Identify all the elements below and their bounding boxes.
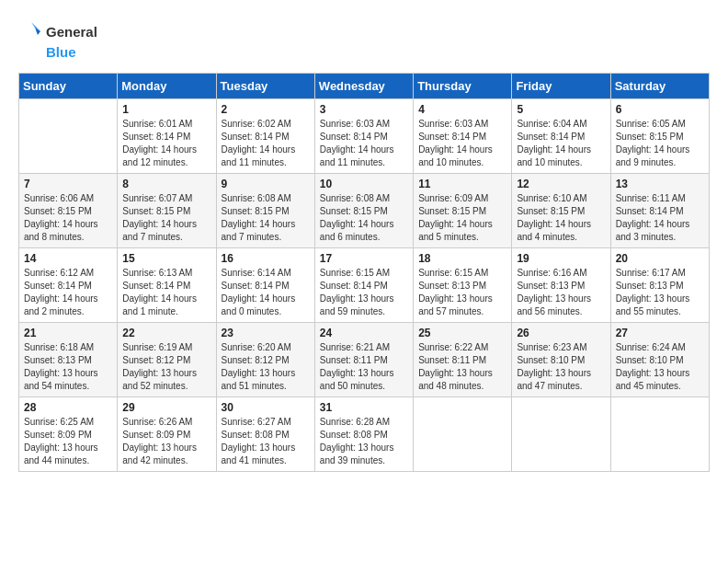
day-number: 2 [222, 103, 310, 116]
calendar-cell: 15Sunrise: 6:13 AM Sunset: 8:14 PM Dayli… [118, 248, 216, 323]
calendar-cell: 6Sunrise: 6:05 AM Sunset: 8:15 PM Daylig… [610, 99, 709, 174]
day-info: Sunrise: 6:12 AM Sunset: 8:14 PM Dayligh… [24, 267, 112, 318]
day-info: Sunrise: 6:24 AM Sunset: 8:10 PM Dayligh… [616, 341, 704, 393]
calendar-cell: 3Sunrise: 6:03 AM Sunset: 8:14 PM Daylig… [314, 99, 413, 174]
weekday-header: Monday [118, 74, 216, 99]
calendar-cell: 7Sunrise: 6:06 AM Sunset: 8:15 PM Daylig… [19, 174, 118, 248]
calendar-table: SundayMondayTuesdayWednesdayThursdayFrid… [18, 73, 710, 472]
day-info: Sunrise: 6:28 AM Sunset: 8:08 PM Dayligh… [320, 416, 408, 467]
calendar-cell: 28Sunrise: 6:25 AM Sunset: 8:09 PM Dayli… [19, 397, 118, 472]
calendar-cell: 26Sunrise: 6:23 AM Sunset: 8:10 PM Dayli… [512, 323, 610, 397]
calendar-cell: 21Sunrise: 6:18 AM Sunset: 8:13 PM Dayli… [19, 323, 118, 397]
calendar-cell [19, 99, 118, 174]
day-info: Sunrise: 6:18 AM Sunset: 8:13 PM Dayligh… [24, 341, 112, 393]
day-info: Sunrise: 6:23 AM Sunset: 8:10 PM Dayligh… [517, 341, 605, 393]
day-info: Sunrise: 6:15 AM Sunset: 8:13 PM Dayligh… [418, 267, 506, 318]
calendar-cell [512, 397, 610, 472]
calendar-cell: 13Sunrise: 6:11 AM Sunset: 8:14 PM Dayli… [610, 174, 709, 248]
day-info: Sunrise: 6:25 AM Sunset: 8:09 PM Dayligh… [24, 416, 112, 467]
day-number: 10 [320, 178, 408, 190]
header: General Blue [18, 18, 710, 60]
day-info: Sunrise: 6:09 AM Sunset: 8:15 PM Dayligh… [418, 192, 506, 244]
weekday-header: Sunday [19, 74, 118, 99]
day-number: 12 [517, 178, 605, 190]
day-number: 19 [517, 252, 605, 265]
day-info: Sunrise: 6:14 AM Sunset: 8:14 PM Dayligh… [222, 267, 310, 318]
day-info: Sunrise: 6:11 AM Sunset: 8:14 PM Dayligh… [616, 192, 704, 244]
calendar-cell: 25Sunrise: 6:22 AM Sunset: 8:11 PM Dayli… [414, 323, 512, 397]
calendar-cell: 29Sunrise: 6:26 AM Sunset: 8:09 PM Dayli… [118, 397, 216, 472]
day-info: Sunrise: 6:17 AM Sunset: 8:13 PM Dayligh… [616, 267, 704, 318]
header-row: SundayMondayTuesdayWednesdayThursdayFrid… [19, 74, 710, 99]
logo: General Blue [18, 18, 97, 60]
day-number: 14 [24, 252, 112, 265]
weekday-header: Saturday [610, 74, 709, 99]
day-info: Sunrise: 6:27 AM Sunset: 8:08 PM Dayligh… [222, 416, 310, 467]
calendar-cell [414, 397, 512, 472]
day-number: 7 [24, 178, 112, 190]
day-number: 17 [320, 252, 408, 265]
day-number: 26 [517, 327, 605, 339]
day-info: Sunrise: 6:20 AM Sunset: 8:12 PM Dayligh… [222, 341, 310, 393]
calendar-cell [610, 397, 709, 472]
day-number: 27 [616, 327, 704, 339]
calendar-cell: 27Sunrise: 6:24 AM Sunset: 8:10 PM Dayli… [610, 323, 709, 397]
day-info: Sunrise: 6:07 AM Sunset: 8:15 PM Dayligh… [122, 192, 210, 244]
day-number: 22 [122, 327, 210, 339]
calendar-cell: 2Sunrise: 6:02 AM Sunset: 8:14 PM Daylig… [216, 99, 314, 174]
calendar-cell: 23Sunrise: 6:20 AM Sunset: 8:12 PM Dayli… [216, 323, 314, 397]
calendar-cell: 30Sunrise: 6:27 AM Sunset: 8:08 PM Dayli… [216, 397, 314, 472]
calendar-cell: 31Sunrise: 6:28 AM Sunset: 8:08 PM Dayli… [314, 397, 413, 472]
day-number: 20 [616, 252, 704, 265]
day-info: Sunrise: 6:04 AM Sunset: 8:14 PM Dayligh… [517, 118, 605, 169]
day-info: Sunrise: 6:08 AM Sunset: 8:15 PM Dayligh… [320, 192, 408, 244]
calendar-cell: 18Sunrise: 6:15 AM Sunset: 8:13 PM Dayli… [414, 248, 512, 323]
day-number: 29 [122, 401, 210, 414]
day-number: 16 [222, 252, 310, 265]
calendar-row: 1Sunrise: 6:01 AM Sunset: 8:14 PM Daylig… [19, 99, 710, 174]
calendar-row: 14Sunrise: 6:12 AM Sunset: 8:14 PM Dayli… [19, 248, 710, 323]
calendar-cell: 9Sunrise: 6:08 AM Sunset: 8:15 PM Daylig… [216, 174, 314, 248]
day-info: Sunrise: 6:15 AM Sunset: 8:14 PM Dayligh… [320, 267, 408, 318]
calendar-cell: 14Sunrise: 6:12 AM Sunset: 8:14 PM Dayli… [19, 248, 118, 323]
day-number: 24 [320, 327, 408, 339]
calendar-cell: 12Sunrise: 6:10 AM Sunset: 8:15 PM Dayli… [512, 174, 610, 248]
calendar-cell: 19Sunrise: 6:16 AM Sunset: 8:13 PM Dayli… [512, 248, 610, 323]
calendar-cell: 20Sunrise: 6:17 AM Sunset: 8:13 PM Dayli… [610, 248, 709, 323]
calendar-row: 21Sunrise: 6:18 AM Sunset: 8:13 PM Dayli… [19, 323, 710, 397]
calendar-row: 7Sunrise: 6:06 AM Sunset: 8:15 PM Daylig… [19, 174, 710, 248]
logo-bird-icon [18, 18, 44, 44]
day-info: Sunrise: 6:01 AM Sunset: 8:14 PM Dayligh… [122, 118, 210, 169]
calendar-cell: 22Sunrise: 6:19 AM Sunset: 8:12 PM Dayli… [118, 323, 216, 397]
calendar-cell: 24Sunrise: 6:21 AM Sunset: 8:11 PM Dayli… [314, 323, 413, 397]
day-number: 25 [418, 327, 506, 339]
day-info: Sunrise: 6:05 AM Sunset: 8:15 PM Dayligh… [616, 118, 704, 169]
day-info: Sunrise: 6:22 AM Sunset: 8:11 PM Dayligh… [418, 341, 506, 393]
calendar-cell: 1Sunrise: 6:01 AM Sunset: 8:14 PM Daylig… [118, 99, 216, 174]
day-info: Sunrise: 6:08 AM Sunset: 8:15 PM Dayligh… [222, 192, 310, 244]
day-info: Sunrise: 6:16 AM Sunset: 8:13 PM Dayligh… [517, 267, 605, 318]
weekday-header: Tuesday [216, 74, 314, 99]
weekday-header: Friday [512, 74, 610, 99]
day-info: Sunrise: 6:10 AM Sunset: 8:15 PM Dayligh… [517, 192, 605, 244]
calendar-cell: 16Sunrise: 6:14 AM Sunset: 8:14 PM Dayli… [216, 248, 314, 323]
day-number: 1 [122, 103, 210, 116]
logo-blue: Blue [46, 44, 76, 60]
day-number: 21 [24, 327, 112, 339]
day-number: 5 [517, 103, 605, 116]
day-number: 6 [616, 103, 704, 116]
logo-general: General [46, 24, 97, 40]
day-number: 31 [320, 401, 408, 414]
calendar-cell: 4Sunrise: 6:03 AM Sunset: 8:14 PM Daylig… [414, 99, 512, 174]
day-info: Sunrise: 6:21 AM Sunset: 8:11 PM Dayligh… [320, 341, 408, 393]
day-number: 11 [418, 178, 506, 190]
weekday-header: Thursday [414, 74, 512, 99]
weekday-header: Wednesday [314, 74, 413, 99]
calendar-row: 28Sunrise: 6:25 AM Sunset: 8:09 PM Dayli… [19, 397, 710, 472]
day-number: 28 [24, 401, 112, 414]
day-number: 30 [222, 401, 310, 414]
day-info: Sunrise: 6:03 AM Sunset: 8:14 PM Dayligh… [418, 118, 506, 169]
page: General Blue SundayMondayTuesdayWednesda… [0, 0, 728, 563]
day-number: 23 [222, 327, 310, 339]
calendar-cell: 17Sunrise: 6:15 AM Sunset: 8:14 PM Dayli… [314, 248, 413, 323]
